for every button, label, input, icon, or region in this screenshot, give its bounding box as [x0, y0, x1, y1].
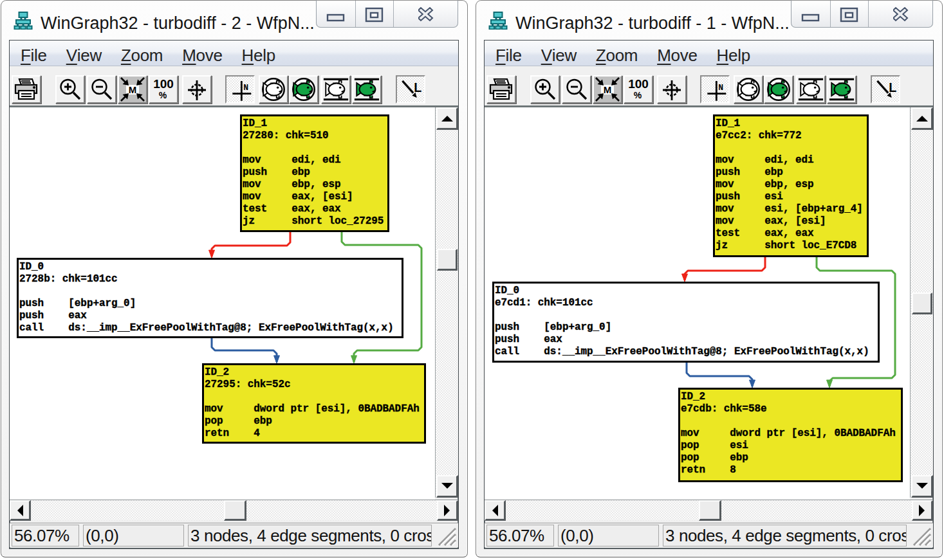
svg-text:100: 100: [628, 77, 649, 91]
svg-text:L: L: [414, 80, 421, 95]
svg-text:M: M: [129, 84, 137, 95]
svg-text:L: L: [889, 80, 896, 95]
svg-text:N: N: [718, 83, 723, 93]
svg-text:M: M: [604, 84, 612, 95]
svg-text:%: %: [159, 90, 168, 100]
svg-text:N: N: [243, 83, 248, 93]
svg-text:100: 100: [153, 77, 174, 91]
svg-text:%: %: [634, 90, 643, 100]
